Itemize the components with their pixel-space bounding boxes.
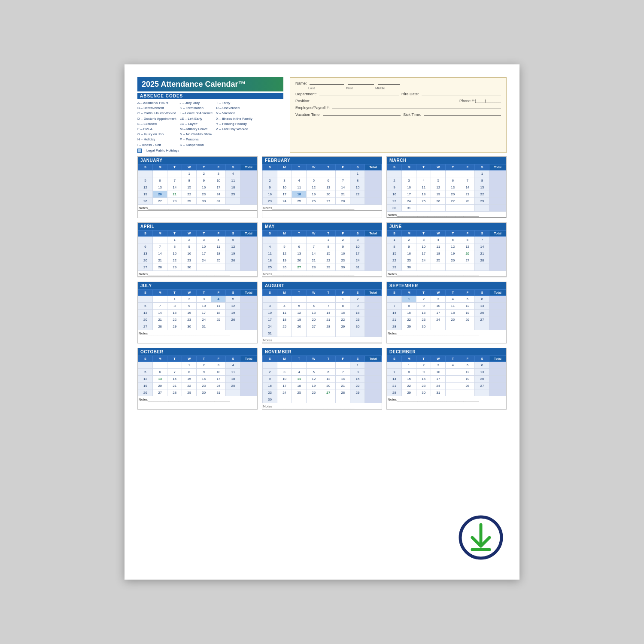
dept-line (319, 95, 399, 95)
calendar-day: 10 (416, 243, 431, 250)
calendar-day (277, 236, 292, 243)
col-header-w: W (182, 230, 197, 236)
calendar-day: 13 (307, 309, 321, 316)
calendar-day (446, 204, 460, 211)
pos-row: Position: Phone #:(____)_______ (295, 99, 501, 103)
col-header-t: T (292, 289, 307, 295)
calendar-day: 18 (211, 250, 226, 257)
calendar-day: 22 (387, 257, 402, 264)
calendar-day: 22 (182, 382, 197, 389)
calendar-day: 18 (292, 191, 307, 197)
calendar-day (460, 204, 475, 211)
calendar-day (387, 295, 402, 302)
col-header-total: Total (489, 164, 506, 170)
calendar-day: 27 (475, 382, 489, 389)
calendar-day (475, 323, 489, 330)
month-header: NOVEMBER (262, 348, 382, 355)
calendar-day: 14 (167, 184, 182, 191)
name-label: Name: (295, 81, 307, 85)
calendar-day: 11 (431, 243, 446, 250)
calendar-day (387, 361, 402, 368)
calendar-day: 26 (226, 257, 240, 264)
calendar-day (489, 368, 506, 375)
first-name-field (348, 84, 374, 85)
calendar-day: 8 (321, 243, 336, 250)
code-item: LE – Left Early (180, 116, 213, 121)
col-header-f: F (211, 164, 226, 170)
calendar-day (365, 368, 382, 375)
calendar-table: SMTWTFSTotal1234567891011121314151617181… (262, 230, 382, 271)
calendar-day: 7 (336, 177, 350, 184)
codes-grid: A – Additional HoursB – BereavementC – P… (137, 100, 283, 147)
calendar-day: 25 (226, 382, 240, 389)
calendar-day: 27 (307, 323, 321, 330)
calendar-day (365, 382, 382, 389)
calendar-day: 25 (263, 264, 277, 270)
vacation-line (323, 115, 401, 116)
calendar-day (321, 295, 336, 302)
calendar-day: 3 (197, 295, 211, 302)
calendar-day: 23 (182, 257, 197, 264)
calendar-day: 20 (307, 316, 321, 323)
last-name-field (310, 84, 344, 85)
calendar-day: 3 (211, 170, 226, 177)
calendar-day (138, 170, 153, 177)
calendar-day: 25 (416, 197, 431, 204)
calendar-day (240, 368, 257, 375)
col-header-w: W (307, 289, 321, 295)
col-header-total: Total (489, 289, 506, 295)
calendar-day: 5 (138, 368, 153, 375)
calendar-day: 7 (307, 243, 321, 250)
col-header-s: S (226, 164, 240, 170)
calendar-day: 28 (167, 389, 182, 396)
calendar-day: 29 (182, 197, 197, 204)
calendar-day: 28 (475, 257, 489, 264)
calendar-day: 21 (475, 250, 489, 257)
calendar-day: 15 (475, 184, 489, 191)
calendar-day (489, 375, 506, 382)
last-sublabel: Last (308, 86, 346, 90)
notes-line: Notes___________________________________… (387, 398, 506, 402)
calendar-day (240, 191, 257, 197)
calendar-day: 27 (460, 257, 475, 264)
calendar-day (240, 184, 257, 191)
calendar-day: 9 (263, 184, 277, 191)
col-header-total: Total (365, 230, 382, 236)
calendar-day (446, 264, 460, 270)
calendar-day: 7 (167, 177, 182, 184)
col-header-total: Total (240, 355, 257, 361)
calendar-day (365, 396, 382, 403)
calendar-day: 24 (211, 382, 226, 389)
notes-line: Notes___________________________________… (387, 213, 506, 218)
calendar-day (365, 184, 382, 191)
calendar-day: 19 (460, 309, 475, 316)
calendar-day (446, 368, 460, 375)
calendar-day (365, 302, 382, 309)
col-header-s: S (350, 289, 365, 295)
calendar-day (431, 264, 446, 270)
calendar-day (336, 330, 350, 337)
calendar-day: 7 (321, 302, 336, 309)
calendar-day: 13 (475, 302, 489, 309)
calendar-day (321, 170, 336, 177)
col-header-m: M (153, 355, 167, 361)
calendar-day: 17 (197, 309, 211, 316)
calendar-day: 31 (263, 330, 277, 337)
calendar-day: 26 (307, 197, 321, 204)
calendar-day: 3 (263, 302, 277, 309)
download-icon[interactable] (455, 515, 511, 571)
download-overlay[interactable] (455, 515, 511, 571)
calendar-day: 23 (387, 197, 402, 204)
name-sublabels: Last First Middle (295, 86, 501, 90)
notes-line: Notes___________________________________… (262, 338, 382, 343)
calendar-day (446, 389, 460, 396)
calendar-day: 23 (402, 257, 416, 264)
calendar-day: 12 (307, 375, 321, 382)
col-header-s: S (263, 289, 277, 295)
calendar-day: 27 (321, 389, 336, 396)
calendar-day: 11 (416, 184, 431, 191)
calendar-day (211, 264, 226, 270)
calendar-day: 4 (211, 236, 226, 243)
calendar-day (350, 197, 365, 204)
calendar-day: 18 (263, 257, 277, 264)
